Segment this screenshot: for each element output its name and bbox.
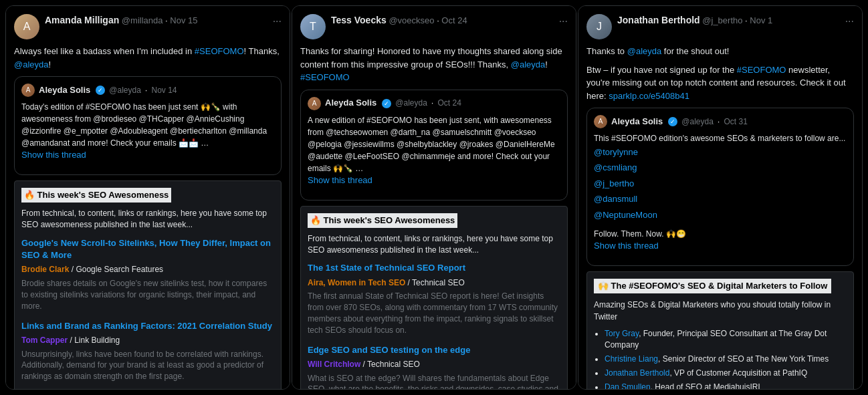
follow-link-1[interactable]: Tory Gray — [605, 329, 639, 338]
article-category-2-2: Technical SEO — [367, 360, 420, 369]
mention-aleyda-3[interactable]: @aleyda — [627, 46, 662, 56]
author-name-2-1: Aira, Women in Tech SEO — [308, 278, 405, 287]
handle-2[interactable]: @voeckseo — [389, 15, 434, 25]
article-title-2-2[interactable]: Edge SEO and SEO testing on the edge — [308, 344, 560, 356]
author-name-2-2: Will Critchlow — [308, 360, 360, 369]
quoted-text-1: Today's edition of #SEOFOMO has been jus… — [21, 101, 274, 149]
quoted-name-3: Aleyda Solis — [611, 116, 663, 128]
article-title-2-1[interactable]: The 1st State of Technical SEO Report — [308, 262, 560, 274]
tweet-card-1: A Amanda Milligan @millanda · Nov 15 ···… — [5, 5, 290, 390]
author-name-1-2: Tom Capper — [21, 336, 68, 345]
newsletter-title-1: 🔥 This week's SEO Awesomeness — [21, 188, 171, 203]
handle-1[interactable]: @millanda — [122, 15, 163, 25]
mention-csmliang[interactable]: @csmliang — [594, 160, 847, 175]
quoted-avatar-1: A — [21, 84, 35, 97]
quoted-date-3: Oct 31 — [724, 116, 747, 128]
date-3: Nov 1 — [750, 15, 772, 25]
show-thread-1[interactable]: Show this thread — [21, 149, 274, 161]
follow-item-1: Tory Gray, Founder, Principal SEO Consul… — [605, 328, 847, 351]
hashtag-seofomo-1[interactable]: #SEOFOMO — [195, 46, 244, 56]
mention-neptunemoon[interactable]: @NeptuneMoon — [594, 207, 847, 223]
quoted-avatar-2: A — [308, 97, 321, 110]
user-info-2: Tess Voecks @voeckseo · Oct 24 — [331, 14, 467, 27]
tweet-card-2: T Tess Voecks @voeckseo · Oct 24 ··· Tha… — [292, 5, 576, 390]
user-info-3: Jonathan Berthold @j_bertho · Nov 1 — [617, 14, 772, 27]
tweet-text-3a: Thanks to @aleyda for the shout out! — [586, 45, 854, 58]
follow-item-4: Dan Smullen, Head of SEO at MediahuisIRL — [605, 382, 847, 390]
follow-link-3[interactable]: Jonathan Berthold — [605, 368, 669, 378]
quoted-header-2: A Aleyda Solis ✓ @aleyda · Oct 24 — [308, 97, 560, 110]
cards-container: A Amanda Milligan @millanda · Nov 15 ···… — [5, 5, 863, 390]
tweet-header-left-1: A Amanda Milligan @millanda · Nov 15 — [14, 14, 198, 39]
date-2: Oct 24 — [441, 15, 467, 25]
quoted-name-2: Aleyda Solis — [325, 97, 376, 109]
quoted-text-3: This #SEOFOMO edition's awesome SEOs & m… — [594, 132, 847, 144]
quoted-handle-2[interactable]: @aleyda — [395, 98, 427, 109]
author-name-1-1: Brodie Clark — [21, 265, 69, 274]
mention-aleyda-1[interactable]: @aleyda — [14, 59, 49, 70]
quoted-header-1: A Aleyda Solis ✓ @aleyda · Nov 14 — [21, 84, 274, 97]
show-thread-2[interactable]: Show this thread — [308, 174, 560, 186]
display-name-3: Jonathan Berthold — [617, 15, 700, 25]
tweet-text-3b: Btw – if you have not signed up for the … — [586, 63, 854, 103]
follow-item-2: Christine Liang, Senior Director of SEO … — [605, 354, 847, 365]
hashtag-seofomo-2[interactable]: #SEOFOMO — [300, 72, 350, 82]
article-title-1-1[interactable]: Google's New Scroll-to Sitelinks, How Th… — [21, 237, 274, 261]
mention-dansmull[interactable]: @dansmull — [594, 191, 847, 207]
article-category-2-1: Technical SEO — [412, 278, 465, 287]
tweet-header-1: A Amanda Milligan @millanda · Nov 15 ··· — [14, 14, 282, 39]
follow-title: 🙌 The #SEOFOMO's SEO & Digital Marketers… — [594, 279, 831, 293]
quoted-date-2: Oct 24 — [437, 98, 461, 109]
avatar-3: J — [586, 14, 612, 39]
article-category-1-1: Google Search Features — [76, 265, 163, 274]
quoted-tweet-2: A Aleyda Solis ✓ @aleyda · Oct 24 A new … — [300, 90, 568, 201]
article-title-1-2[interactable]: Links and Brand as Ranking Factors: 2021… — [21, 320, 274, 332]
quoted-handle-3[interactable]: @aleyda — [681, 116, 714, 128]
display-name-2: Tess Voecks — [331, 15, 387, 25]
tweet-card-3: J Jonathan Berthold @j_bertho · Nov 1 ··… — [578, 5, 863, 390]
newsletter-title-2: 🔥 This week's SEO Awesomeness — [308, 213, 457, 228]
article-author-2-1: Aira, Women in Tech SEO / Technical SEO — [308, 277, 560, 289]
quoted-name-1: Aleyda Solis — [39, 84, 90, 96]
follow-subtitle: Amazing SEOs & Digital Marketers who you… — [594, 299, 847, 323]
article-desc-2-2: What is SEO at the edge? Will shares the… — [308, 373, 560, 390]
show-thread-3[interactable]: Show this thread — [594, 240, 847, 252]
more-options-2[interactable]: ··· — [559, 14, 568, 29]
newsletter-box-2: 🔥 This week's SEO Awesomeness From techn… — [300, 206, 568, 390]
sparklp-link[interactable]: sparklp.co/e5408b41 — [609, 91, 689, 101]
newsletter-box-1: 🔥 This week's SEO Awesomeness From techn… — [14, 180, 282, 390]
follow-link-4[interactable]: Dan Smullen — [605, 382, 651, 390]
follow-link-2[interactable]: Christine Liang — [605, 354, 658, 364]
article-author-2-2: Will Critchlow / Technical SEO — [308, 359, 560, 370]
more-options-3[interactable]: ··· — [845, 14, 854, 29]
quoted-handle-1[interactable]: @aleyda — [109, 85, 141, 96]
display-name-1: Amanda Milligan — [45, 15, 119, 25]
mention-list-3: @torylynne @csmliang @j_bertho @dansmull… — [594, 144, 847, 223]
quoted-tweet-3: A Aleyda Solis ✓ @aleyda · Oct 31 This #… — [586, 108, 854, 266]
follow-list: Tory Gray, Founder, Principal SEO Consul… — [594, 328, 847, 390]
tweet-text-2: Thanks for sharing! Honored to have my t… — [300, 45, 568, 84]
newsletter-subtitle-1: From technical, to content, links or ran… — [21, 208, 274, 231]
mention-torylynne[interactable]: @torylynne — [594, 144, 847, 160]
tweet-header-2: T Tess Voecks @voeckseo · Oct 24 ··· — [300, 14, 568, 39]
newsletter-subtitle-2: From technical, to content, links or ran… — [308, 233, 560, 256]
verified-icon-2: ✓ — [382, 99, 391, 108]
hashtag-seofomo-3[interactable]: #SEOFOMO — [737, 65, 786, 75]
handle-3[interactable]: @j_bertho — [702, 15, 742, 25]
mention-aleyda-2[interactable]: @aleyda — [511, 59, 546, 70]
follow-box: 🙌 The #SEOFOMO's SEO & Digital Marketers… — [586, 271, 854, 390]
tweet-header-left-2: T Tess Voecks @voeckseo · Oct 24 — [300, 14, 467, 39]
quoted-header-3: A Aleyda Solis ✓ @aleyda · Oct 31 — [594, 115, 847, 128]
quoted-avatar-3: A — [594, 115, 607, 128]
article-desc-2-1: The first annual State of Technical SEO … — [308, 291, 560, 336]
user-info-1: Amanda Milligan @millanda · Nov 15 — [45, 14, 198, 27]
article-desc-1-1: Brodie shares details on Google's new si… — [21, 278, 274, 311]
more-options-1[interactable]: ··· — [273, 14, 282, 29]
verified-icon-1: ✓ — [96, 86, 105, 95]
tweet-header-left-3: J Jonathan Berthold @j_bertho · Nov 1 — [586, 14, 772, 39]
article-author-1-2: Tom Capper / Link Building — [21, 335, 274, 346]
quoted-footer-3: Follow. Them. Now. 🙌😁 — [594, 228, 847, 240]
mention-jbertho[interactable]: @j_bertho — [594, 176, 847, 191]
avatar-1: A — [14, 14, 39, 39]
quoted-tweet-1: A Aleyda Solis ✓ @aleyda · Nov 14 Today'… — [14, 76, 282, 175]
